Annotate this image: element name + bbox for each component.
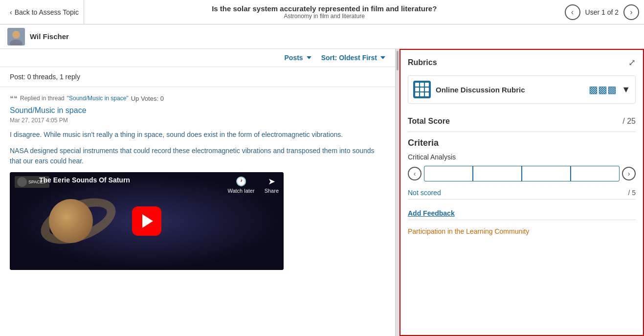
add-feedback-button[interactable]: Add Feedback (408, 207, 636, 220)
watch-later-button[interactable]: 🕐 Watch later (227, 176, 254, 194)
page-subtitle: Astronomy in film and literature (94, 13, 555, 20)
grid-cell (425, 92, 429, 96)
sort-label: Sort: Oldest First (321, 54, 377, 62)
total-score-label: Total Score (408, 117, 450, 126)
nav-area: ‹ User 1 of 2 › (565, 4, 639, 20)
play-triangle-icon (142, 214, 153, 228)
not-scored-row: Not scored / 5 (408, 186, 636, 200)
criteria-section: Criteria Critical Analysis ‹ › Not score… (408, 138, 636, 235)
rubrics-header: Rubrics ⤢ (408, 57, 636, 68)
participation-label: Participation in the Learning Community (408, 227, 636, 235)
slider-next-button[interactable]: › (622, 167, 636, 180)
rubric-dropdown-icon[interactable]: ▼ (622, 85, 630, 95)
slider-cells (424, 166, 620, 181)
saturn-planet (49, 199, 93, 243)
user-bar: Wil Fischer (0, 24, 644, 49)
grid-cell (415, 92, 419, 96)
grid-cell (420, 83, 424, 87)
toolbar: Posts Sort: Oldest First (0, 49, 395, 67)
sort-chevron-icon (380, 56, 385, 59)
quote-icon: ❝❝ (10, 94, 18, 102)
grid-cell (415, 83, 419, 87)
total-score-row: Total Score / 25 (408, 111, 636, 132)
bar-chart-icon[interactable]: ▩▩▩ (589, 84, 617, 95)
slider-row: ‹ › (408, 166, 636, 181)
video-controls: 🕐 Watch later ➤ Share (227, 176, 279, 194)
toolbar-inner: Posts Sort: Oldest First (0, 49, 395, 67)
grid-cell (420, 92, 424, 96)
share-label: Share (265, 188, 279, 194)
thread-link[interactable]: "Sound/Music in space" (67, 95, 129, 102)
prev-user-button[interactable]: ‹ (565, 4, 580, 20)
expand-icon[interactable]: ⤢ (628, 57, 636, 68)
username: Wil Fischer (30, 32, 69, 41)
grid-cell (420, 88, 424, 91)
rubrics-panel: Rubrics ⤢ Online Discussion Rubric ▩▩▩ ▼… (400, 49, 644, 336)
post-summary: Post: 0 threads, 1 reply (0, 67, 395, 87)
sort-dropdown[interactable]: Sort: Oldest First (321, 54, 385, 62)
slider-cell-2[interactable] (473, 166, 522, 181)
video-embed[interactable]: SPACE.P The Eerie Sounds Of Saturn 🕐 Wat… (10, 172, 284, 270)
play-button[interactable] (132, 206, 161, 236)
thread-area: ❝❝ Replied in thread "Sound/Music in spa… (0, 87, 395, 277)
svg-point-3 (13, 31, 20, 38)
post-body-paragraph2: NASA designed special instruments that c… (10, 146, 385, 166)
not-scored-fraction: / 5 (628, 189, 636, 197)
total-score-value: / 25 (622, 117, 636, 126)
up-votes: Up Votes: 0 (131, 95, 164, 102)
slider-prev-button[interactable]: ‹ (408, 167, 422, 180)
rubric-grid-icon (413, 81, 431, 98)
user-counter: User 1 of 2 (585, 8, 619, 16)
replied-in-text: Replied in thread (20, 95, 65, 102)
grid-cell (425, 88, 429, 91)
video-title: The Eerie Sounds Of Saturn (39, 176, 130, 184)
video-background: SPACE.P The Eerie Sounds Of Saturn 🕐 Wat… (10, 172, 284, 270)
share-button[interactable]: ➤ Share (265, 176, 279, 194)
header-title-area: Is the solar system accurately represent… (84, 4, 565, 20)
slider-cell-3[interactable] (522, 166, 571, 181)
grid-cell (415, 88, 419, 91)
back-button[interactable]: ‹ Back to Assess Topic (5, 0, 84, 24)
slider-cell-1[interactable] (424, 166, 473, 181)
share-icon: ➤ (268, 176, 275, 187)
watch-later-label: Watch later (227, 188, 254, 194)
post-body-paragraph1: I disagree. While music isn't really a t… (10, 130, 385, 140)
not-scored-label: Not scored (408, 189, 441, 197)
criteria-heading: Criteria (408, 138, 636, 148)
panel-divider[interactable] (396, 49, 400, 336)
rubric-name: Online Discussion Rubric (436, 86, 584, 94)
main-content: Posts Sort: Oldest First Post: 0 threads… (0, 49, 644, 336)
clock-icon: 🕐 (236, 176, 246, 187)
header: ‹ Back to Assess Topic Is the solar syst… (0, 0, 644, 24)
rubric-item: Online Discussion Rubric ▩▩▩ ▼ (408, 75, 636, 104)
post-summary-text: Post: 0 threads, 1 reply (10, 73, 80, 81)
post-title[interactable]: Sound/Music in space (10, 106, 385, 115)
chevron-left-icon: ‹ (10, 8, 12, 16)
rubrics-title: Rubrics (408, 58, 437, 67)
next-user-button[interactable]: › (623, 4, 639, 20)
avatar (7, 28, 25, 45)
left-panel: Posts Sort: Oldest First Post: 0 threads… (0, 49, 396, 336)
posts-dropdown[interactable]: Posts (285, 54, 311, 62)
page-title: Is the solar system accurately represent… (94, 4, 555, 13)
divider-handle (397, 51, 399, 70)
critical-analysis-label: Critical Analysis (408, 153, 636, 161)
slider-cell-4[interactable] (571, 166, 620, 181)
grid-cell (425, 83, 429, 87)
posts-label: Posts (285, 54, 303, 62)
post-date: Mar 27, 2017 4:05 PM (10, 117, 385, 124)
back-label: Back to Assess Topic (15, 8, 79, 16)
posts-chevron-icon (307, 56, 311, 59)
reply-indicator: ❝❝ Replied in thread "Sound/Music in spa… (10, 94, 385, 102)
spacex-channel-icon (17, 177, 27, 187)
